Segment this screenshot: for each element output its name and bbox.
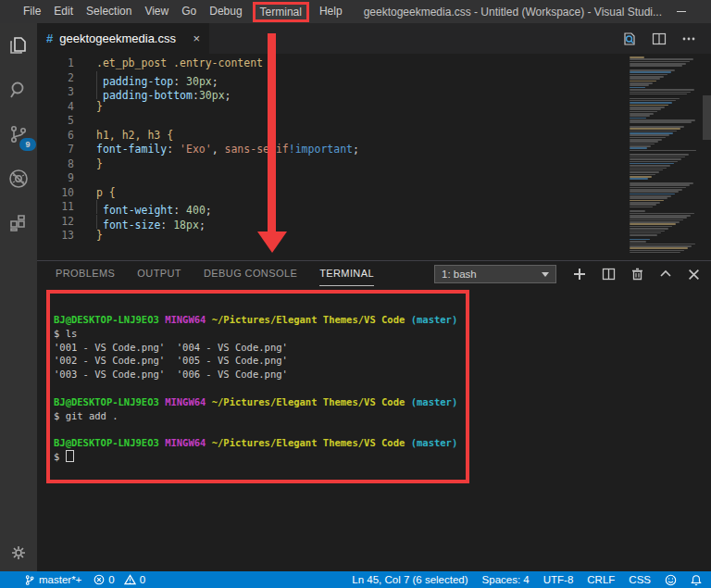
- menu-help[interactable]: Help: [313, 0, 349, 23]
- open-preview-icon[interactable]: [622, 31, 637, 46]
- source-control-icon[interactable]: 9: [7, 123, 30, 145]
- tab-close-icon[interactable]: ×: [193, 31, 200, 45]
- panel-header: PROBLEMSOUTPUTDEBUG CONSOLETERMINAL 1: b…: [37, 261, 711, 287]
- minimap-line: [630, 215, 691, 217]
- minimap-line: [630, 217, 687, 219]
- line-number: 8: [37, 157, 96, 172]
- extensions-icon[interactable]: [7, 212, 30, 234]
- status-crlf[interactable]: CRLF: [587, 574, 615, 585]
- indent-guide: [96, 200, 103, 214]
- code-editor[interactable]: 1.et_pb_post .entry-content {2padding-to…: [37, 54, 711, 260]
- minimap-line: [630, 252, 680, 253]
- minimap-line: [630, 147, 647, 149]
- tab-label: geektogeekmedia.css: [59, 31, 176, 45]
- split-terminal-icon[interactable]: [602, 268, 616, 281]
- minimap-line: [630, 105, 668, 106]
- minimap-line: [630, 228, 668, 230]
- notifications-bell-icon[interactable]: [691, 574, 702, 586]
- terminal-select[interactable]: 1: bash: [434, 265, 556, 283]
- close-panel-icon[interactable]: [688, 269, 700, 281]
- more-actions-icon[interactable]: [681, 31, 696, 46]
- new-terminal-icon[interactable]: [573, 268, 586, 281]
- code-text: padding-bottom:30px;: [96, 85, 231, 100]
- settings-gear-icon[interactable]: [0, 544, 37, 562]
- git-branch-status[interactable]: master*+: [24, 574, 81, 586]
- menu-terminal[interactable]: Terminal: [253, 2, 309, 22]
- code-text: p {: [96, 186, 116, 201]
- minimap-line: [630, 76, 664, 78]
- panel-tab-problems[interactable]: PROBLEMS: [56, 262, 115, 286]
- minimap-line: [630, 102, 672, 104]
- minimap-line: [630, 121, 692, 123]
- code-token: h1, h2, h3: [96, 129, 167, 142]
- maximize-button[interactable]: [701, 0, 711, 23]
- explorer-icon[interactable]: [7, 34, 30, 56]
- debug-icon[interactable]: [7, 168, 30, 190]
- minimap-line: [630, 87, 645, 89]
- code-text: .et_pb_post .entry-content {: [96, 56, 276, 71]
- minimap-line: [630, 113, 654, 115]
- code-line: 6h1, h2, h3 {: [37, 129, 711, 144]
- line-number: 13: [37, 229, 96, 244]
- minimap-line: [630, 176, 652, 178]
- split-editor-icon[interactable]: [652, 31, 667, 46]
- code-line: 11font-weight: 400;: [37, 200, 711, 215]
- minimap-line: [630, 200, 664, 202]
- status-utf-8[interactable]: UTF-8: [543, 574, 574, 585]
- code-token: !important: [289, 143, 353, 156]
- minimap-line: [630, 108, 661, 110]
- panel-actions: [573, 268, 700, 281]
- minimap-line: [630, 171, 659, 173]
- feedback-smiley-icon[interactable]: [665, 574, 677, 586]
- minimap-line: [630, 82, 653, 84]
- minimap-line: [630, 244, 695, 245]
- annotation-arrow-shaft: [268, 33, 276, 232]
- minimap-line: [630, 223, 676, 225]
- status-css[interactable]: CSS: [629, 574, 651, 585]
- minimap-line: [630, 141, 658, 143]
- panel-tab-terminal[interactable]: TERMINAL: [319, 262, 374, 286]
- menu-selection[interactable]: Selection: [80, 0, 138, 23]
- editor-scrollbar[interactable]: [703, 95, 711, 140]
- minimap-line: [630, 232, 661, 234]
- minimap-line: [630, 94, 687, 95]
- error-count: 0: [108, 574, 114, 585]
- tab-geektogeekmedia-css[interactable]: # geektogeekmedia.css ×: [37, 23, 209, 54]
- line-number: 7: [37, 143, 96, 157]
- warning-icon: [124, 574, 136, 585]
- problems-status[interactable]: 0 0: [94, 574, 145, 585]
- minimap-line: [630, 84, 649, 86]
- minimap-line: [630, 154, 689, 156]
- minimap-line: [630, 163, 674, 165]
- branch-icon: [24, 574, 35, 586]
- menu-view[interactable]: View: [138, 0, 175, 23]
- maximize-panel-icon[interactable]: [659, 268, 672, 281]
- menu-edit[interactable]: Edit: [47, 0, 80, 23]
- menu-go[interactable]: Go: [175, 0, 203, 23]
- indent-guide: [96, 85, 103, 99]
- panel-tab-debug-console[interactable]: DEBUG CONSOLE: [204, 262, 297, 286]
- minimap-line: [630, 74, 667, 76]
- minimap-line: [630, 89, 694, 91]
- minimap-line: [630, 202, 660, 204]
- code-lines: 1.et_pb_post .entry-content {2padding-to…: [37, 56, 711, 244]
- status-bar: master*+ 0 0 Ln 45, Col 7 (6 selected)Sp…: [0, 571, 711, 588]
- minimap[interactable]: [630, 56, 700, 253]
- minimap-line: [630, 187, 686, 189]
- minimap-line: [630, 150, 696, 152]
- menu-file[interactable]: File: [17, 0, 47, 23]
- kill-terminal-icon[interactable]: [631, 268, 643, 281]
- search-icon[interactable]: [7, 79, 30, 101]
- panel-tab-output[interactable]: OUTPUT: [137, 262, 181, 286]
- minimap-line: [630, 250, 684, 252]
- minimap-line: [630, 210, 645, 212]
- status-ln[interactable]: Ln 45, Col 7 (6 selected): [352, 574, 468, 585]
- code-token: 30px: [199, 89, 225, 102]
- status-spaces[interactable]: Spaces: 4: [482, 574, 530, 585]
- minimap-line: [630, 65, 682, 67]
- minimap-line: [630, 56, 644, 58]
- code-line: 5: [37, 114, 711, 129]
- minimize-button[interactable]: [662, 0, 701, 23]
- code-line: 12font-size: 18px;: [37, 215, 711, 230]
- menu-debug[interactable]: Debug: [203, 0, 248, 23]
